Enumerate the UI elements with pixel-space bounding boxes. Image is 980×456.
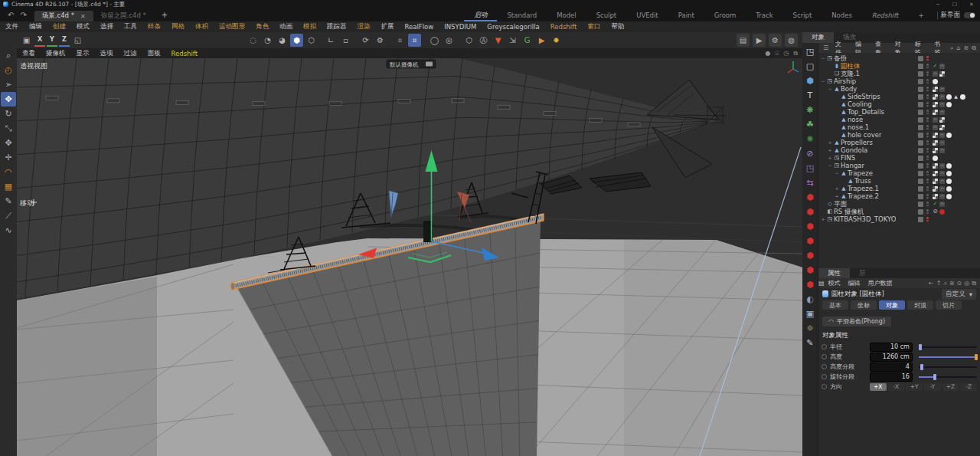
visibility-toggle[interactable] [918,163,923,169]
attr-tab-切片[interactable]: 切片 [936,300,962,310]
layer-dots[interactable] [925,194,930,198]
object-row-Trapeze[interactable]: −▲Trapeze◠ [818,169,980,177]
phong-tag-icon[interactable]: ◠ [939,163,945,169]
phong-tag-icon[interactable]: ◠ [933,117,938,123]
object-row-FINS[interactable]: +◳FINS [818,154,980,162]
render-picture-viewer-icon[interactable]: ▶ [753,34,766,47]
checker-tag-icon[interactable] [933,186,938,192]
export-icon[interactable]: ⇲ [506,34,519,47]
layout-tab-script[interactable]: Script [783,8,822,21]
tab-objects[interactable]: 对象 [802,32,834,43]
rs-tag-icon[interactable] [939,209,945,215]
rs-light-icon[interactable]: ⬢ [803,234,817,248]
menu-跟踪器[interactable]: 跟踪器 [322,22,352,31]
render-view-icon[interactable]: ▤ [737,34,750,47]
layout-tab-启动[interactable]: 启动 [464,8,497,21]
attr-filter-icon[interactable]: ≋ [949,280,955,287]
om-filter-icon[interactable]: ≋ [964,44,969,52]
menu-Redshift[interactable]: Redshift [545,23,583,31]
field-value-input[interactable]: 4 [870,363,913,372]
mat-tag-icon[interactable] [946,179,952,184]
menu-Greyscalegorilla[interactable]: Greyscalegorilla [482,23,544,31]
visibility-toggle[interactable] [918,186,923,192]
phong-tag-icon[interactable]: ◠ [939,140,945,146]
phong-tag-icon[interactable]: ◠ [933,125,938,130]
visibility-toggle[interactable] [918,156,923,161]
coordinates-icon[interactable]: ◱ [71,34,84,47]
anim-dot-icon[interactable] [822,344,827,349]
vp-menu-选项[interactable]: 选项 [95,49,119,58]
move-snap-icon[interactable]: ✥ [1,136,16,150]
scale-tool-icon[interactable]: ⤡ [1,121,16,136]
menu-RealFlow[interactable]: RealFlow [400,23,439,31]
expand-toggle-icon[interactable]: − [820,54,826,62]
checker-tag-icon[interactable] [939,117,945,123]
camera-light-icon[interactable]: ▣ [803,307,817,321]
menu-窗口[interactable]: 窗口 [582,22,606,31]
object-row-SideStrips[interactable]: ▲SideStrips◠▲ [818,93,980,100]
visibility-toggle[interactable] [918,171,923,176]
mat-tag-icon[interactable] [946,171,952,176]
axis-lock-z[interactable]: Z [59,34,70,47]
om-burger-icon[interactable]: ☰ [818,44,831,51]
undo-icon[interactable]: ↶ [8,11,14,19]
layer-dots[interactable] [925,117,930,122]
layout-tab-uvedit[interactable]: UVEdit [626,8,668,21]
vp-menu-显示[interactable]: 显示 [71,49,95,58]
rs-material-icon[interactable]: ⬢ [803,190,817,205]
menu-动画[interactable]: 动画 [274,22,298,31]
preset-dropdown[interactable]: 自定义 ▾ [942,289,976,300]
viewport-pin-icon[interactable]: ⍗ [775,50,779,57]
enable-axis-icon[interactable]: ⟳ [359,34,372,47]
mograph-cloner-icon[interactable]: ❋ [803,103,817,117]
phong-tag-icon[interactable]: ◠ [939,110,945,115]
attr-export-icon[interactable]: ⧉ [972,280,976,287]
tab-layers[interactable]: 层 [850,268,875,278]
mat-tag-icon[interactable] [933,79,938,84]
field-slider[interactable] [919,366,977,368]
spline-arc-icon[interactable]: ◠ [1,165,16,179]
phong-tag-icon[interactable]: ◠ [939,186,945,192]
axis-mode-icon[interactable]: ∟ [325,34,338,47]
visibility-toggle[interactable] [918,87,923,92]
sun-light-icon[interactable]: ☼ [803,321,817,336]
menu-模式[interactable]: 模式 [71,22,95,31]
tri-tag-icon[interactable]: ▲ [953,94,959,100]
visibility-toggle[interactable] [918,140,923,146]
expand-toggle-icon[interactable]: + [827,154,833,162]
object-row-Top_Details[interactable]: ▲Top_Details◠ [818,108,980,116]
expand-toggle-icon[interactable]: − [834,169,840,177]
vp-menu-面板[interactable]: 面板 [142,49,166,58]
object-row-Body[interactable]: −▲Body◠ [818,85,980,93]
vp-menu-查看[interactable]: 查看 [17,49,41,58]
layer-dots[interactable] [925,56,930,61]
rs-volume-icon[interactable]: ⬢ [803,277,817,292]
axis-lock-y[interactable]: Y [47,34,57,47]
layer-dots[interactable] [925,202,930,206]
measure-tool-icon[interactable]: ⟋ [1,208,16,223]
attr-tab-封顶[interactable]: 封顶 [907,300,933,310]
field-value-input[interactable]: 1260 cm [870,353,913,362]
layer-dots[interactable] [925,148,930,153]
mat-tag-icon[interactable] [960,94,965,100]
visibility-toggle[interactable] [918,110,923,115]
new-document-button[interactable]: + [154,11,175,19]
visibility-toggle[interactable] [918,202,923,207]
attr-tab-基本[interactable]: 基本 [822,300,848,310]
layer-dots[interactable] [925,179,930,183]
menu-帮助[interactable]: 帮助 [606,22,629,31]
object-row-Truss[interactable]: ▲Truss◠ [818,177,980,185]
render-compass-icon[interactable]: ✹ [550,34,563,47]
menu-角色[interactable]: 角色 [250,22,274,31]
redo-icon[interactable]: ↷ [20,11,26,19]
direction-+Z[interactable]: +Z [942,383,959,391]
slider-knob[interactable] [933,374,936,380]
workplane-icon[interactable]: ▣ [20,34,33,47]
maximize-button[interactable]: ☐ [946,2,963,8]
menu-文件[interactable]: 文件 [0,22,24,31]
attr-tab-坐标[interactable]: 坐标 [851,300,877,310]
visibility-toggle[interactable] [918,209,923,215]
redshift-aov-icon[interactable]: Ⓐ [477,34,490,47]
texture-mode-icon[interactable]: ⬡ [305,34,318,47]
direction--X[interactable]: -X [888,383,905,391]
